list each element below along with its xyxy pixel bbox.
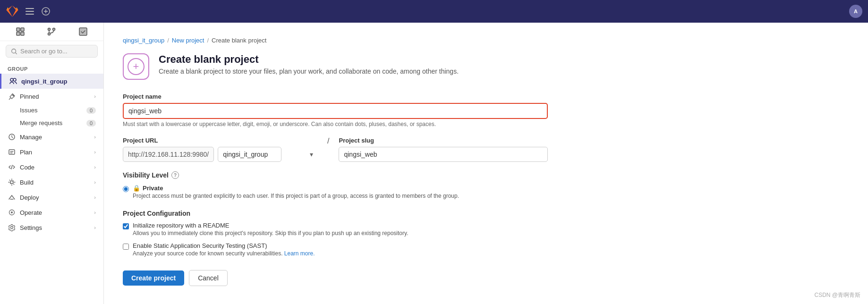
- sidebar-item-plan[interactable]: Plan ›: [0, 144, 103, 160]
- sidebar-icon-dashboard[interactable]: [15, 26, 26, 37]
- operate-chevron: ›: [94, 210, 96, 215]
- search-placeholder: Search or go to...: [20, 48, 68, 55]
- plan-chevron: ›: [94, 149, 96, 155]
- radio-group: 🔒 Private Project access must be granted…: [123, 184, 548, 200]
- visibility-title-text: Visibility Level: [123, 171, 169, 179]
- manage-chevron: ›: [94, 134, 96, 140]
- code-label: Code: [20, 164, 34, 171]
- project-name-group: Project name Must start with a lowercase…: [123, 93, 548, 127]
- svg-rect-7: [21, 32, 24, 35]
- new-item-icon[interactable]: [41, 6, 51, 17]
- sidebar-item-group[interactable]: qingsi_it_group: [0, 74, 103, 89]
- sidebar-item-build[interactable]: Build ›: [0, 175, 103, 190]
- project-name-label: Project name: [123, 93, 548, 100]
- project-slug-label: Project slug: [339, 137, 548, 144]
- radio-private-content: 🔒 Private Project access must be granted…: [133, 185, 459, 199]
- merge-requests-label: Merge requests: [20, 119, 62, 127]
- settings-chevron: ›: [94, 225, 96, 230]
- svg-rect-6: [17, 32, 20, 35]
- plan-label: Plan: [20, 149, 32, 156]
- url-base: http://192.168.11.128:9980/: [123, 147, 214, 162]
- checkbox-sast-content: Enable Static Application Security Testi…: [133, 242, 315, 257]
- manage-icon: [8, 133, 16, 141]
- layout: Search or go to... Group qingsi_it_group…: [0, 23, 868, 304]
- sidebar-search-area[interactable]: Search or go to...: [0, 41, 103, 61]
- sidebar-icon-todo[interactable]: [78, 26, 88, 37]
- page-header-text: Create blank project Create a blank proj…: [159, 53, 459, 75]
- checkbox-sast-label: Enable Static Application Security Testi…: [133, 242, 315, 249]
- svg-point-9: [53, 28, 55, 31]
- main-content: qingsi_it_group / New project / Create b…: [104, 23, 868, 304]
- cancel-button[interactable]: Cancel: [189, 270, 228, 286]
- sidebar-item-manage[interactable]: Manage ›: [0, 129, 103, 144]
- avatar[interactable]: A: [849, 5, 862, 18]
- project-config-group: Project Configuration Initialize reposit…: [123, 210, 548, 257]
- deploy-label: Deploy: [20, 194, 39, 201]
- visibility-title: Visibility Level ?: [123, 171, 548, 179]
- svg-rect-16: [9, 150, 15, 154]
- svg-rect-5: [21, 28, 24, 31]
- namespace-select-wrap[interactable]: qingsi_it_group: [218, 147, 318, 162]
- code-icon: [8, 163, 16, 171]
- deploy-icon: [8, 193, 16, 202]
- radio-private[interactable]: [123, 186, 129, 192]
- svg-point-20: [11, 227, 13, 229]
- settings-label: Settings: [20, 224, 42, 231]
- radio-item-private: 🔒 Private Project access must be granted…: [123, 184, 548, 200]
- checkbox-sast-desc: Analyze your source code for known secur…: [133, 250, 315, 257]
- mr-badge: 0: [86, 120, 96, 127]
- config-title-text: Project Configuration: [123, 210, 190, 217]
- create-project-button[interactable]: Create project: [123, 270, 184, 286]
- visibility-help-icon[interactable]: ?: [171, 171, 179, 179]
- gitlab-logo[interactable]: [6, 5, 19, 18]
- breadcrumb-new-project[interactable]: New project: [172, 37, 204, 44]
- breadcrumb-group[interactable]: qingsi_it_group: [123, 37, 164, 44]
- checkbox-item-readme: Initialize repository with a README Allo…: [123, 222, 548, 236]
- operate-icon: [8, 208, 16, 217]
- top-bar: A: [0, 0, 868, 23]
- checkbox-group: Initialize repository with a README Allo…: [123, 222, 548, 257]
- sidebar-item-pinned[interactable]: Pinned ›: [0, 89, 103, 104]
- sidebar-item-merge-requests[interactable]: Merge requests 0: [0, 117, 103, 129]
- svg-rect-4: [17, 28, 20, 31]
- settings-icon: [8, 223, 16, 232]
- project-name-input[interactable]: [123, 103, 548, 119]
- sidebar-item-issues[interactable]: Issues 0: [0, 104, 103, 117]
- sidebar-icon-mr[interactable]: [46, 26, 57, 37]
- sidebar-item-settings[interactable]: Settings ›: [0, 220, 103, 235]
- project-name-hint: Must start with a lowercase or uppercase…: [123, 121, 548, 127]
- issues-badge: 0: [86, 107, 96, 114]
- sast-desc-text: Analyze your source code for known secur…: [133, 250, 282, 257]
- sidebar-toggle-icon[interactable]: [25, 6, 35, 17]
- operate-label: Operate: [20, 209, 42, 216]
- breadcrumb-current: Create blank project: [212, 37, 266, 44]
- search-icon: [11, 48, 17, 55]
- svg-rect-1: [26, 11, 34, 12]
- config-title: Project Configuration: [123, 210, 548, 217]
- page-header: + Create blank project Create a blank pr…: [123, 53, 849, 80]
- build-icon: [8, 178, 16, 186]
- sidebar-item-code[interactable]: Code ›: [0, 160, 103, 175]
- build-chevron: ›: [94, 179, 96, 185]
- code-chevron: ›: [94, 164, 96, 170]
- sidebar-item-deploy[interactable]: Deploy ›: [0, 190, 103, 205]
- radio-private-desc: Project access must be granted explicitl…: [133, 193, 459, 199]
- checkbox-readme[interactable]: [123, 223, 129, 229]
- search-input-box[interactable]: Search or go to...: [6, 45, 98, 58]
- visibility-group: Visibility Level ? 🔒 Private Project acc…: [123, 171, 548, 200]
- pin-icon: [8, 92, 16, 101]
- namespace-select[interactable]: qingsi_it_group: [218, 147, 281, 162]
- svg-point-8: [48, 28, 51, 31]
- checkbox-sast[interactable]: [123, 244, 129, 250]
- build-label: Build: [20, 179, 34, 186]
- url-row: http://192.168.11.128:9980/ qingsi_it_gr…: [123, 147, 318, 162]
- checkbox-readme-content: Initialize repository with a README Allo…: [133, 222, 408, 236]
- sast-learn-more-link[interactable]: Learn more.: [284, 250, 315, 257]
- svg-point-10: [48, 33, 51, 35]
- lock-icon: 🔒: [133, 185, 140, 192]
- sidebar-item-operate[interactable]: Operate ›: [0, 205, 103, 220]
- project-type-icon: +: [123, 53, 149, 80]
- breadcrumb-sep2: /: [207, 37, 209, 44]
- project-slug-input[interactable]: [339, 147, 548, 162]
- svg-point-18: [11, 211, 13, 213]
